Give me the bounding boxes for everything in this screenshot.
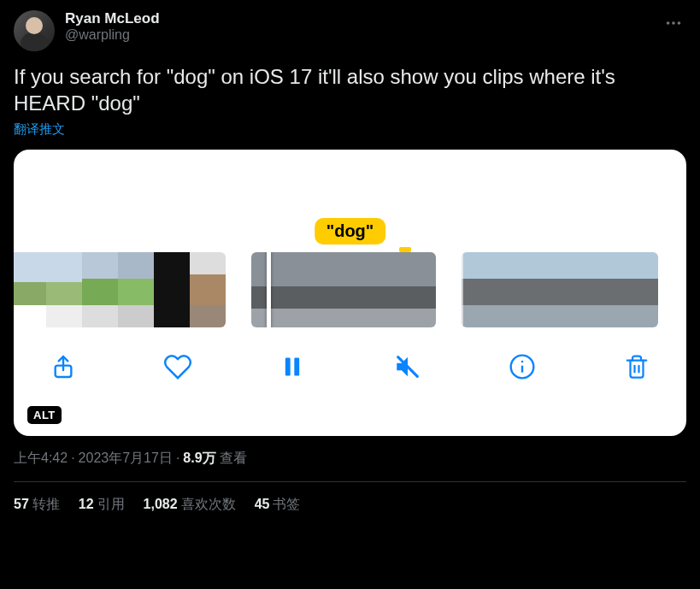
svg-point-9 xyxy=(521,361,523,363)
like-button[interactable] xyxy=(162,351,193,382)
media-card[interactable]: "dog" xyxy=(14,150,686,436)
tweet-header: Ryan McLeod @warpling xyxy=(14,10,686,51)
trash-icon xyxy=(624,354,650,380)
timeline-frame xyxy=(118,252,154,327)
svg-point-2 xyxy=(678,21,681,25)
tweet-text: If you search for "dog" on iOS 17 it'll … xyxy=(14,63,686,116)
views-count: 8.9万 xyxy=(183,451,215,465)
timeline-frame xyxy=(501,252,540,327)
timeline-frame xyxy=(190,252,226,327)
media-controls xyxy=(14,334,686,391)
heart-icon xyxy=(163,352,192,381)
user-names[interactable]: Ryan McLeod @warpling xyxy=(65,10,650,43)
tweet-date: 2023年7月17日 xyxy=(79,451,173,465)
bookmarks-stat[interactable]: 45书签 xyxy=(255,496,301,514)
pause-icon xyxy=(280,355,304,379)
timeline-frame xyxy=(46,252,82,327)
delete-button[interactable] xyxy=(621,351,652,382)
volume-mute-icon xyxy=(393,352,422,381)
media-header: "dog" xyxy=(14,150,686,252)
timeline-frame xyxy=(297,252,344,327)
avatar[interactable] xyxy=(14,10,55,51)
likes-stat[interactable]: 1,082喜欢次数 xyxy=(144,496,236,514)
svg-point-0 xyxy=(667,21,670,25)
timeline-frame xyxy=(344,252,390,327)
share-icon xyxy=(50,353,77,380)
user-handle: @warpling xyxy=(65,27,650,43)
share-button[interactable] xyxy=(48,351,79,382)
retweets-stat[interactable]: 57转推 xyxy=(14,496,60,514)
info-button[interactable] xyxy=(507,351,538,382)
clip-group[interactable] xyxy=(462,252,658,327)
clip-group[interactable] xyxy=(14,252,226,327)
ellipsis-icon xyxy=(664,14,683,32)
playhead[interactable] xyxy=(267,252,271,327)
clip-group[interactable] xyxy=(251,252,436,327)
search-tag: "dog" xyxy=(315,218,386,244)
svg-rect-5 xyxy=(295,358,300,376)
timeline-frame xyxy=(82,252,118,327)
timeline-frame xyxy=(390,252,436,327)
timeline-frame xyxy=(619,252,658,327)
timeline-frame xyxy=(251,252,297,327)
timeline-frame xyxy=(579,252,619,327)
timeline-frame xyxy=(14,252,46,327)
alt-badge[interactable]: ALT xyxy=(27,406,62,424)
svg-point-1 xyxy=(672,21,675,25)
svg-rect-4 xyxy=(285,358,291,376)
info-icon xyxy=(509,353,536,380)
timeline-frame xyxy=(540,252,579,327)
tweet-container: Ryan McLeod @warpling If you search for … xyxy=(0,0,700,514)
translate-link[interactable]: 翻译推文 xyxy=(14,121,65,138)
tweet-time: 上午4:42 xyxy=(14,451,68,465)
timeline-frame xyxy=(462,252,501,327)
more-button[interactable] xyxy=(661,10,686,36)
pause-button[interactable] xyxy=(277,351,308,382)
mute-button[interactable] xyxy=(392,351,423,382)
display-name: Ryan McLeod xyxy=(65,10,650,27)
timeline-frame xyxy=(154,252,190,327)
video-timeline[interactable] xyxy=(14,252,686,334)
tweet-stats: 57转推 12引用 1,082喜欢次数 45书签 xyxy=(14,482,686,514)
views-label: 查看 xyxy=(220,451,247,465)
quotes-stat[interactable]: 12引用 xyxy=(79,496,125,514)
tweet-meta[interactable]: 上午4:42·2023年7月17日·8.9万 查看 xyxy=(14,450,686,482)
